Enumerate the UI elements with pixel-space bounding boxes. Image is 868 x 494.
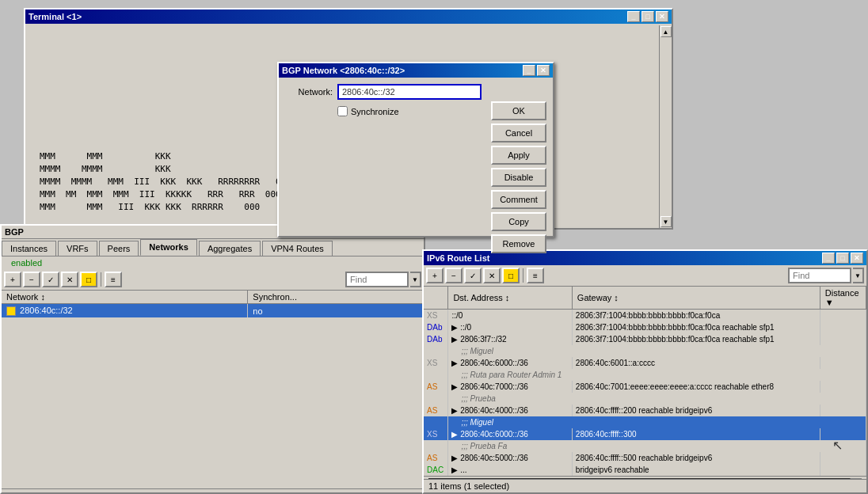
check-btn[interactable]: ✓ xyxy=(42,272,59,287)
synchronize-label: Synchronize xyxy=(351,107,399,116)
terminal-titlebar-buttons: _ □ ✕ xyxy=(627,11,668,22)
comment-cell: ;;; Miguel xyxy=(448,345,866,357)
terminal-close-btn[interactable]: ✕ xyxy=(656,11,668,22)
dist-cell xyxy=(820,405,866,416)
gw-cell: 2806:40c:6001::a:cccc xyxy=(572,357,820,369)
flag-cell xyxy=(424,440,448,452)
tab-instances[interactable]: Instances xyxy=(2,241,56,256)
tab-vrfs[interactable]: VRFs xyxy=(58,241,97,256)
col-dst[interactable]: Dst. Address ↕ xyxy=(448,287,572,310)
network-input[interactable] xyxy=(337,84,482,100)
table-row-highlighted[interactable]: XS ▶ 2806:40c:6000::/36 2806:40c:ffff::3… xyxy=(424,428,866,440)
network-label: Network: xyxy=(285,87,333,97)
terminal-content xyxy=(25,24,672,30)
terminal-scrollbar[interactable]: ▲ ▼ xyxy=(659,25,672,228)
find-input[interactable] xyxy=(345,272,409,287)
table-row[interactable]: AS ▶ 2806:40c:5000::/36 2806:40c:ffff::5… xyxy=(424,452,866,464)
comment-button[interactable]: Comment xyxy=(491,190,546,209)
toolbar-separator xyxy=(101,272,101,287)
table-row[interactable]: AS ▶ 2806:40c:7000::/36 2806:40c:7001:ee… xyxy=(424,381,866,393)
bgp-network-dialog: BGP Network <2806:40c::/32> _ ✕ Network:… xyxy=(277,62,554,238)
dst-cell: ▶ ::/0 xyxy=(448,321,572,333)
dst-cell: ▶ 2806:40c:7000::/36 xyxy=(448,381,572,393)
table-row[interactable]: DAb ▶ 2806:3f7::/32 2806:3f7:1004:bbbb:b… xyxy=(424,333,866,345)
bgp-dialog-close-btn[interactable]: ✕ xyxy=(537,65,550,76)
dst-cell: ▶ 2806:40c:5000::/36 xyxy=(448,452,572,464)
ipv6-check-btn[interactable]: ✓ xyxy=(464,268,482,283)
ipv6-find-input[interactable] xyxy=(788,268,851,283)
comment-cell: ;;; Ruta para Router Admin 1 xyxy=(448,369,866,381)
remove-button[interactable]: Remove xyxy=(491,234,546,253)
tab-peers[interactable]: Peers xyxy=(99,241,139,256)
tab-aggregates[interactable]: Aggregates xyxy=(199,241,261,256)
find-dropdown[interactable]: ▼ xyxy=(410,272,421,287)
bgp-dialog-titlebar: BGP Network <2806:40c::/32> _ ✕ xyxy=(279,63,553,78)
copy-button[interactable]: Copy xyxy=(491,212,546,231)
flag-cell: DAb xyxy=(424,321,448,333)
table-row[interactable]: 2806:40c::/32 no xyxy=(2,304,424,318)
col-synchron[interactable]: Synchron... xyxy=(248,291,424,304)
ipv6-remove-btn[interactable]: − xyxy=(445,268,463,283)
ipv6-minimize-btn[interactable]: _ xyxy=(822,253,835,264)
col-gateway[interactable]: Gateway ↕ xyxy=(572,287,820,310)
cross-btn[interactable]: ✕ xyxy=(61,272,78,287)
synchron-cell: no xyxy=(248,304,424,318)
add-button[interactable]: + xyxy=(4,272,21,287)
scroll-down-btn[interactable]: ▼ xyxy=(661,216,672,227)
flag-cell: DAb xyxy=(424,333,448,345)
remove-btn[interactable]: − xyxy=(23,272,40,287)
bgp-dialog-minimize-btn[interactable]: _ xyxy=(523,65,535,76)
ok-button[interactable]: OK xyxy=(491,101,546,120)
ipv6-table-container: Dst. Address ↕ Gateway ↕ Distance ▼ XS :… xyxy=(424,287,866,476)
ipv6-find-dropdown[interactable]: ▼ xyxy=(853,268,864,283)
dist-cell xyxy=(820,357,866,369)
bgp-dialog-title: BGP Network <2806:40c::/32> xyxy=(282,66,405,75)
tab-vpn4routes[interactable]: VPN4 Routes xyxy=(262,241,333,256)
tab-networks[interactable]: Networks xyxy=(140,239,197,256)
cancel-button[interactable]: Cancel xyxy=(491,124,546,142)
dst-cell: ▶ 2806:40c:6000::/36 xyxy=(448,357,572,369)
ascii-line-5: MMM MMM III KKK KKK RRRRRR 000 xyxy=(40,201,291,214)
col-network[interactable]: Network ↕ xyxy=(2,291,248,304)
ipv6-titlebar: IPv6 Route List _ □ ✕ xyxy=(424,251,866,265)
terminal-maximize-btn[interactable]: □ xyxy=(641,11,654,22)
apply-button[interactable]: Apply xyxy=(491,146,546,165)
bgp-dialog-titlebar-buttons: _ ✕ xyxy=(523,65,550,76)
col-distance[interactable]: Distance ▼ xyxy=(820,287,866,310)
table-row[interactable]: XS ::/0 2806:3f7:1004:bbbb:bbbb:bbbb:f0c… xyxy=(424,310,866,322)
bgp-panel: BGP Instances VRFs Peers Networks Aggreg… xyxy=(0,224,425,494)
flag-cell xyxy=(424,416,448,428)
ipv6-filter-btn[interactable]: ≡ xyxy=(527,268,544,283)
ipv6-add-btn[interactable]: + xyxy=(426,268,444,283)
table-row[interactable]: XS ▶ 2806:40c:6000::/36 2806:40c:6001::a… xyxy=(424,357,866,369)
terminal-title: Terminal <1> xyxy=(29,12,82,21)
gw-cell: 2806:3f7:1004:bbbb:bbbb:bbbb:f0ca:f0ca xyxy=(572,310,820,322)
table-row[interactable]: DAb ▶ ::/0 2806:3f7:1004:bbbb:bbbb:bbbb:… xyxy=(424,321,866,333)
dialog-buttons-panel: OK Cancel Apply Disable Comment Copy Rem… xyxy=(491,101,546,253)
terminal-minimize-btn[interactable]: _ xyxy=(627,11,640,22)
comment-row: ;;; Prueba Fa xyxy=(424,440,866,452)
terminal-titlebar: Terminal <1> _ □ ✕ xyxy=(25,10,672,24)
ascii-line-2: MMMM MMMM KKK xyxy=(40,163,291,176)
gw-cell: 2806:40c:ffff::200 reachable bridgeipv6 xyxy=(572,405,820,416)
flag-cell xyxy=(424,369,448,381)
bgp-tabs: Instances VRFs Peers Networks Aggregates… xyxy=(2,239,424,256)
bgp-table-container: Network ↕ Synchron... 2806:40c::/32 no xyxy=(2,291,424,317)
synchronize-checkbox[interactable] xyxy=(337,106,348,116)
table-row[interactable]: DAC ▶ ... bridgeipv6 reachable xyxy=(424,464,866,476)
ipv6-folder-btn[interactable]: □ xyxy=(502,268,520,283)
dst-cell: ::/0 xyxy=(448,310,572,322)
ipv6-close-btn[interactable]: ✕ xyxy=(851,253,863,264)
folder-btn[interactable]: □ xyxy=(80,272,97,287)
dst-cell: ▶ 2806:40c:6000::/36 xyxy=(448,428,572,440)
ascii-line-1: MMM MMM KKK xyxy=(40,150,291,163)
ipv6-maximize-btn[interactable]: □ xyxy=(836,253,849,264)
filter-btn[interactable]: ≡ xyxy=(105,272,122,287)
ipv6-cross-btn[interactable]: ✕ xyxy=(483,268,501,283)
dst-cell: ▶ 2806:3f7::/32 xyxy=(448,333,572,345)
scroll-up-btn[interactable]: ▲ xyxy=(661,26,672,37)
bgp-networks-table: Network ↕ Synchron... 2806:40c::/32 no xyxy=(2,291,424,317)
gw-cell: bridgeipv6 reachable xyxy=(572,464,820,476)
table-row[interactable]: AS ▶ 2806:40c:4000::/36 2806:40c:ffff::2… xyxy=(424,405,866,416)
disable-button[interactable]: Disable xyxy=(491,168,546,187)
